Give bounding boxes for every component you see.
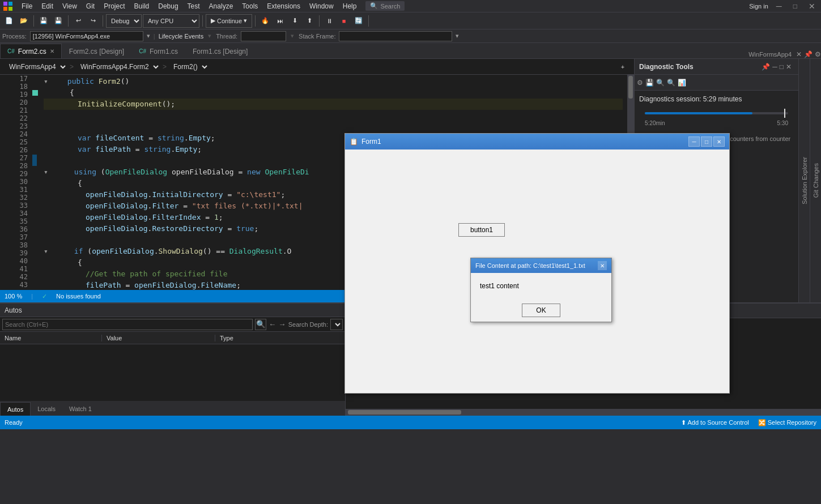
form1-minimize-btn[interactable]: ─ (688, 136, 700, 147)
tab-form2-cs[interactable]: C# Form2.cs ✕ (0, 44, 62, 58)
git-changes-strip[interactable]: Git Changes (810, 59, 821, 302)
continue-btn[interactable]: ▶ Continue ▾ (206, 14, 252, 28)
save-btn[interactable]: 💾 (37, 14, 50, 28)
solution-explorer-strip[interactable]: Solution Explorer (798, 59, 810, 302)
new-project-btn[interactable]: 📄 (2, 14, 16, 28)
menu-test[interactable]: Test (183, 0, 205, 12)
window-minimize[interactable]: ─ (773, 2, 785, 11)
svg-rect-3 (8, 7, 12, 11)
col-name: Name (0, 335, 102, 341)
step-out-btn[interactable]: ⬆ (303, 14, 316, 28)
code-line-17: ▾ public Form2 () (44, 76, 623, 87)
debug-config-select[interactable]: Debug (106, 14, 142, 28)
menu-git[interactable]: Git (82, 0, 99, 12)
menu-edit[interactable]: Edit (37, 0, 58, 12)
search-depth-select[interactable] (330, 319, 343, 330)
window-close[interactable]: ✕ (805, 2, 819, 11)
stack-dropdown-icon[interactable]: ▾ (456, 32, 459, 40)
menu-project[interactable]: Project (99, 0, 129, 12)
autos-tab-watch1[interactable]: Watch 1 (62, 402, 99, 416)
diag-maximize-btn[interactable]: □ (780, 63, 784, 71)
continue-play-icon: ▶ (211, 17, 215, 24)
autos-tab-locals[interactable]: Locals (31, 402, 62, 416)
form1-close-btn[interactable]: ✕ (713, 136, 725, 147)
menu-analyze[interactable]: Analyze (205, 0, 238, 12)
autos-search-input[interactable] (2, 319, 253, 330)
output-scrollbar-h[interactable] (346, 409, 821, 416)
select-repo-btn[interactable]: 🔀 Select Repository (758, 419, 816, 426)
diag-chart-btn[interactable]: 📊 (678, 79, 686, 87)
tab-form1-design[interactable]: Form1.cs [Design] (185, 44, 255, 58)
collapse-25[interactable]: ▾ (44, 166, 48, 178)
form1-maximize-btn[interactable]: □ (701, 136, 712, 147)
tab-close-right[interactable]: ✕ (796, 50, 802, 58)
menu-debug[interactable]: Debug (154, 0, 182, 12)
menu-tools[interactable]: Tools (237, 0, 262, 12)
pause-btn[interactable]: ⏸ (322, 14, 336, 28)
diag-zoom-out-btn[interactable]: 🔍 (667, 79, 675, 87)
git-changes-label: Git Changes (813, 163, 819, 198)
autos-tab-autos[interactable]: Autos (0, 402, 31, 416)
toolbar-sep-4 (202, 15, 203, 27)
diag-zoom-in-btn[interactable]: 🔍 (656, 79, 665, 87)
diag-close-btn[interactable]: ✕ (786, 63, 792, 71)
menu-help[interactable]: Help (338, 0, 361, 12)
thread-input[interactable] (241, 31, 286, 41)
window-maximize[interactable]: □ (790, 2, 801, 10)
save-all-btn[interactable]: 💾 (52, 14, 65, 28)
dialog-close-btn[interactable]: ✕ (598, 261, 607, 270)
autos-back-btn[interactable]: ← (269, 320, 276, 328)
diag-unpin-btn[interactable]: 📌 (762, 63, 770, 71)
class-select[interactable]: WinFormsApp4.Form2 (76, 60, 160, 74)
menu-file[interactable]: File (17, 0, 37, 12)
search-depth-label: Search Depth: (288, 321, 328, 328)
search-icon: 🔍 (370, 2, 378, 10)
dialog-ok-btn[interactable]: OK (522, 304, 560, 317)
process-input[interactable] (30, 31, 143, 41)
tab-settings-right[interactable]: ⚙ (815, 50, 821, 58)
menu-extensions[interactable]: Extensions (262, 0, 305, 12)
redo-btn[interactable]: ↪ (86, 14, 100, 28)
diag-save-btn[interactable]: 💾 (645, 79, 654, 87)
toolbar-sep-3 (103, 15, 103, 27)
tab-form2-design[interactable]: Form2.cs [Design] (62, 44, 131, 58)
step-over-btn[interactable]: ⏭ (273, 14, 287, 28)
tab-close-form2[interactable]: ✕ (50, 48, 54, 54)
menu-window[interactable]: Window (305, 0, 338, 12)
open-btn[interactable]: 📂 (17, 14, 31, 28)
hot-reload-btn[interactable]: 🔥 (258, 14, 272, 28)
tab-pin-right[interactable]: 📌 (804, 50, 813, 58)
project-select[interactable]: WinFormsApp4 (5, 60, 67, 74)
tab-form1-cs[interactable]: C# Form1.cs (131, 44, 185, 58)
code-line-18: { (44, 87, 623, 99)
search-label: Search (380, 3, 400, 10)
platform-select[interactable]: Any CPU (143, 14, 199, 28)
right-tabs: WinFormsApp4 ✕ 📌 ⚙ (744, 50, 821, 58)
stack-frame-input[interactable] (339, 31, 452, 41)
undo-btn[interactable]: ↩ (71, 14, 85, 28)
add-file-btn[interactable]: + (616, 60, 629, 74)
collapse-32[interactable]: ▾ (44, 246, 48, 257)
diag-settings-btn[interactable]: ⚙ (637, 79, 643, 87)
dialog-titlebar: File Content at path: C:\test1\test1_1.t… (471, 258, 611, 273)
svg-rect-2 (3, 7, 7, 11)
zoom-label[interactable]: 100 % (5, 293, 22, 300)
add-to-source-btn[interactable]: ⬆ Add to Source Control (681, 419, 749, 426)
step-in-btn[interactable]: ⬇ (288, 14, 301, 28)
method-select[interactable]: Form2() (169, 60, 209, 74)
diag-minimize-btn[interactable]: ─ (772, 63, 777, 71)
search-bar[interactable]: 🔍 Search (365, 1, 405, 11)
autos-search-btn[interactable]: 🔍 (255, 319, 266, 330)
collapse-17[interactable]: ▾ (44, 76, 48, 87)
toolbar-sep-1 (33, 15, 34, 27)
restart-btn[interactable]: 🔄 (352, 14, 365, 28)
button1[interactable]: button1 (458, 223, 505, 237)
menu-view[interactable]: View (58, 0, 82, 12)
menu-build[interactable]: Build (130, 0, 154, 12)
autos-forward-btn[interactable]: → (278, 320, 286, 328)
lifecycle-events-btn[interactable]: Lifecycle Events (159, 33, 203, 40)
sign-in-btn[interactable]: Sign in (749, 3, 768, 10)
stop-btn[interactable]: ■ (337, 14, 351, 28)
editor-tabs: C# Form2.cs ✕ Form2.cs [Design] C# Form1… (0, 43, 821, 59)
process-dropdown-icon[interactable]: ▾ (147, 32, 150, 40)
